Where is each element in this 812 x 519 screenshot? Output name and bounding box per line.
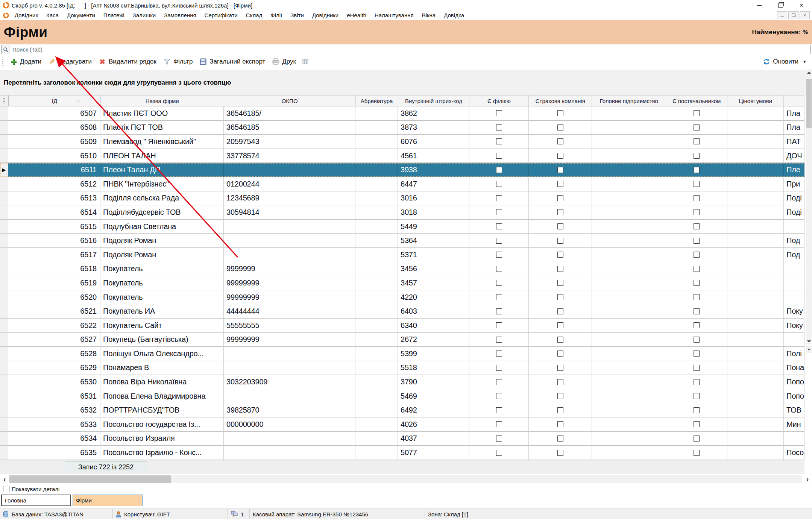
column-header-is-supplier[interactable]: Є постачальником xyxy=(666,96,727,106)
row-checkbox[interactable] xyxy=(694,365,700,371)
column-header-clipped-column[interactable] xyxy=(784,96,804,106)
row-checkbox[interactable] xyxy=(694,209,700,215)
menu-item-4[interactable]: Платежі xyxy=(99,12,129,18)
row-checkbox[interactable] xyxy=(496,337,502,343)
table-row[interactable]: 6518Покупатель99999993456 xyxy=(0,262,804,276)
row-checkbox[interactable] xyxy=(557,308,563,314)
vertical-scrollbar[interactable] xyxy=(806,69,812,344)
filter-button[interactable]: Фільтр xyxy=(160,56,196,67)
vertical-scrollbar-thumb[interactable] xyxy=(806,79,812,128)
row-checkbox[interactable] xyxy=(496,421,502,427)
mdi-restore-button[interactable] xyxy=(788,11,798,19)
table-row[interactable]: 6515Подлубная Светлана5449 xyxy=(0,220,804,234)
group-by-zone[interactable]: Перетягніть заголовок колонки сюди для у… xyxy=(0,70,806,95)
row-checkbox[interactable] xyxy=(496,153,502,159)
menu-item-11[interactable]: Довідники xyxy=(308,12,343,18)
row-checkbox[interactable] xyxy=(557,294,563,300)
row-checkbox[interactable] xyxy=(694,181,700,187)
search-icon-button[interactable] xyxy=(2,45,10,54)
row-checkbox[interactable] xyxy=(557,209,563,215)
row-checkbox[interactable] xyxy=(694,110,700,116)
row-checkbox[interactable] xyxy=(694,393,700,399)
row-checkbox[interactable] xyxy=(557,393,563,399)
menu-item-9[interactable]: Філії xyxy=(266,12,286,18)
row-checkbox[interactable] xyxy=(557,124,563,131)
column-header-id[interactable]: ІД△ xyxy=(9,96,101,106)
row-checkbox[interactable] xyxy=(496,209,502,215)
scroll-right-button[interactable]: › xyxy=(804,475,811,484)
row-checkbox[interactable] xyxy=(496,124,502,131)
scroll-down-button[interactable] xyxy=(806,338,812,344)
row-checkbox[interactable] xyxy=(496,181,502,187)
show-details-checkbox[interactable] xyxy=(3,486,9,492)
row-checkbox[interactable] xyxy=(496,138,502,144)
export-button[interactable]: Загальний експорт xyxy=(196,56,269,67)
menu-item-6[interactable]: Замовлення xyxy=(160,12,200,18)
horizontal-scrollbar-thumb[interactable] xyxy=(9,475,171,483)
row-checkbox[interactable] xyxy=(496,365,502,371)
table-row[interactable]: 6533Посольство государства Із...00000000… xyxy=(0,417,804,432)
toolbar-grip-handle[interactable] xyxy=(2,58,3,66)
row-checkbox[interactable] xyxy=(496,252,502,258)
restore-button[interactable] xyxy=(770,0,791,11)
tab-main[interactable]: Головна xyxy=(1,495,71,506)
table-row[interactable]: 6519Покупатель999999993457 xyxy=(0,276,804,290)
menu-item-5[interactable]: Залишки xyxy=(129,12,160,18)
table-row[interactable]: 6529Понамарев В5518Пона xyxy=(0,361,804,375)
row-checkbox[interactable] xyxy=(496,450,502,456)
row-checkbox[interactable] xyxy=(557,379,563,385)
menu-item-2[interactable]: Каса xyxy=(42,12,63,18)
row-checkbox[interactable] xyxy=(694,436,700,442)
row-checkbox[interactable] xyxy=(557,450,563,456)
table-row[interactable]: ▶6511Плеон Талан ДП3938Пле xyxy=(0,163,804,177)
table-row[interactable]: 6527Покупець (Баггаутівська)999999992672 xyxy=(0,333,804,347)
row-checkbox[interactable] xyxy=(557,407,563,413)
row-checkbox[interactable] xyxy=(496,167,502,173)
column-chooser-icon[interactable] xyxy=(302,58,309,65)
row-checkbox[interactable] xyxy=(557,181,563,187)
row-checkbox[interactable] xyxy=(557,223,563,229)
edit-button[interactable]: ✎ Редагувати xyxy=(45,56,95,67)
close-button[interactable]: × xyxy=(791,0,812,11)
table-row[interactable]: 6532ПОРТТРАНСБУД"ТОВ398258706492ТОВ xyxy=(0,403,804,417)
column-header-main-enterprise[interactable]: Головне підприемство xyxy=(592,96,666,106)
column-header-okpo[interactable]: ОКПО xyxy=(224,96,356,106)
row-checkbox[interactable] xyxy=(557,238,563,244)
table-row[interactable]: 6514Поділлябудсервіс ТОВ305948143018Поді xyxy=(0,205,804,220)
table-row[interactable]: 6521Покупатель ИА444444446403Поку xyxy=(0,304,804,319)
row-checkbox[interactable] xyxy=(557,138,563,144)
row-checkbox[interactable] xyxy=(496,322,502,328)
row-checkbox[interactable] xyxy=(694,450,700,456)
refresh-button[interactable]: Оновити ▼ xyxy=(763,58,807,65)
column-header-insurance-company[interactable]: Страхова компанія xyxy=(529,96,592,106)
row-checkbox[interactable] xyxy=(496,308,502,314)
search-input[interactable] xyxy=(10,45,810,54)
menu-item-12[interactable]: eHealth xyxy=(343,12,370,18)
print-button[interactable]: Друк xyxy=(269,56,299,67)
row-checkbox[interactable] xyxy=(496,294,502,300)
table-row[interactable]: 6509Племзавод " Яненківський"20597543607… xyxy=(0,135,804,149)
menu-item-7[interactable]: Сертифікати xyxy=(200,12,242,18)
table-row[interactable]: 6522Покупатель Сайт555555556340Поку xyxy=(0,319,804,333)
row-checkbox[interactable] xyxy=(496,266,502,272)
table-row[interactable]: 6508Пластік ПЄТ ТОВ365461853873Пла xyxy=(0,121,804,135)
row-checkbox[interactable] xyxy=(694,167,700,173)
row-checkbox[interactable] xyxy=(496,436,502,442)
menu-item-1[interactable]: Довідник xyxy=(11,12,42,18)
menu-item-14[interactable]: Вікна xyxy=(418,12,440,18)
row-checkbox[interactable] xyxy=(694,238,700,244)
column-header-price-terms[interactable]: Цінові умови xyxy=(727,96,784,106)
row-checkbox[interactable] xyxy=(496,238,502,244)
row-checkbox[interactable] xyxy=(557,195,563,201)
row-checkbox[interactable] xyxy=(557,280,563,286)
table-row[interactable]: 6507Пластик ПЄТ ООО36546185/3862Пла xyxy=(0,106,804,121)
row-checkbox[interactable] xyxy=(557,322,563,328)
menu-item-8[interactable]: Склад xyxy=(242,12,266,18)
menu-item-15[interactable]: Довідка xyxy=(440,12,468,18)
column-header-is-branch[interactable]: Є філією xyxy=(469,96,529,106)
row-checkbox[interactable] xyxy=(557,337,563,343)
table-row[interactable]: 6528Поліщук Ольга Олександро...5399Полі xyxy=(0,347,804,361)
delete-row-button[interactable]: ✖ Видалити рядок xyxy=(95,56,160,67)
tab-firms[interactable]: Фірми xyxy=(73,495,143,506)
horizontal-scrollbar[interactable]: ‹ › xyxy=(0,475,812,484)
